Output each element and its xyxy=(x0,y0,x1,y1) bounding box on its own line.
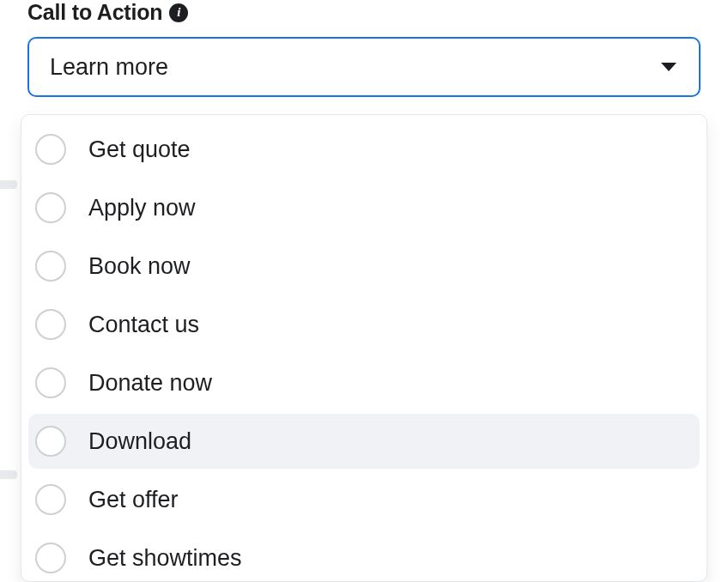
radio-icon xyxy=(35,251,66,282)
caret-down-icon xyxy=(661,63,676,71)
radio-icon xyxy=(35,309,66,340)
cta-option-label: Download xyxy=(88,428,191,455)
background-separator xyxy=(0,180,17,189)
cta-option[interactable]: Download xyxy=(28,414,700,469)
cta-option[interactable]: Get showtimes xyxy=(28,530,700,582)
radio-icon xyxy=(35,426,66,457)
radio-icon xyxy=(35,484,66,515)
cta-option-label: Contact us xyxy=(88,312,199,338)
cta-option-label: Book now xyxy=(88,253,191,280)
cta-option[interactable]: Contact us xyxy=(28,297,700,352)
field-label-text: Call to Action xyxy=(27,0,162,25)
cta-option[interactable]: Get quote xyxy=(28,122,700,177)
cta-option[interactable]: Get offer xyxy=(28,472,700,527)
cta-option-label: Get quote xyxy=(88,136,191,163)
cta-dropdown-panel: Get quoteApply nowBook nowContact usDona… xyxy=(21,114,707,582)
field-label-row: Call to Action i xyxy=(27,0,701,25)
cta-option[interactable]: Book now xyxy=(28,239,700,294)
cta-option[interactable]: Donate now xyxy=(28,355,700,410)
cta-option[interactable]: Apply now xyxy=(28,180,700,235)
cta-select-value: Learn more xyxy=(50,54,168,81)
radio-icon xyxy=(35,134,66,165)
radio-icon xyxy=(35,367,66,398)
background-separator xyxy=(0,470,17,479)
cta-option-label: Apply now xyxy=(88,195,196,221)
radio-icon xyxy=(35,192,66,223)
cta-option-label: Donate now xyxy=(88,370,212,397)
cta-option-label: Get showtimes xyxy=(88,545,242,572)
info-icon[interactable]: i xyxy=(169,3,188,22)
radio-icon xyxy=(35,543,66,573)
cta-select-trigger[interactable]: Learn more xyxy=(27,37,701,97)
cta-option-label: Get offer xyxy=(88,487,179,513)
